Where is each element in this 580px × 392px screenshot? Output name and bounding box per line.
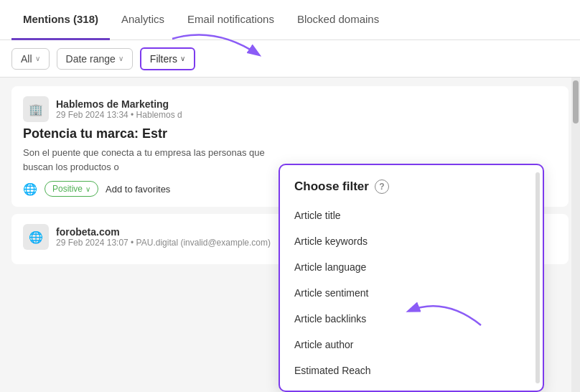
filter-item-article-sentiment[interactable]: Article sentiment [280,280,543,306]
filter-item-article-title[interactable]: Article title [280,202,543,228]
add-favorites-button-1[interactable]: Add to favorites [106,184,170,195]
filter-item-article-language[interactable]: Article language [280,254,543,280]
source-name-2: forobeta.com [56,226,271,238]
dropdown-header: Choose filter ? [280,179,543,202]
dropdown-title: Choose filter [294,179,369,194]
filter-item-article-backlinks[interactable]: Article backlinks [280,306,543,332]
filter-item-article-keywords[interactable]: Article keywords [280,228,543,254]
dropdown-scrollbar[interactable] [535,172,540,383]
card-title-1: Potencia tu marca: Estr [23,126,267,141]
source-info-1: Hablemos de Marketing 29 Feb 2024 13:34 … [56,98,182,120]
filters-button[interactable]: Filters ∨ [140,47,195,70]
filters-chevron-icon: ∨ [180,55,185,62]
globe-icon: 🌐 [23,182,37,196]
all-filter-button[interactable]: All ∨ [11,48,50,70]
sentiment-chevron-icon: ∨ [85,185,90,193]
tab-bar: Mentions (318) Analytics Email notificat… [0,0,580,40]
source-meta-1: 29 Feb 2024 13:34 • Hablemos d [56,110,182,120]
main-content: 🏢 Hablemos de Marketing 29 Feb 2024 13:3… [0,78,580,392]
tab-email-notifications[interactable]: Email notifications [176,0,286,40]
source-icon-2: 🌐 [23,224,49,250]
filter-dropdown: Choose filter ? Article title Article ke… [279,164,544,392]
date-range-button[interactable]: Date range ∨ [57,48,133,70]
all-chevron-icon: ∨ [35,55,40,62]
tab-mentions[interactable]: Mentions (318) [11,0,110,40]
card-excerpt-1: Son el puente que conecta a tu empresa l… [23,146,267,174]
filter-item-estimated-reach[interactable]: Estimated Reach [280,358,543,383]
sentiment-badge-1[interactable]: Positive ∨ [45,181,98,197]
date-range-chevron-icon: ∨ [118,55,123,62]
source-info-2: forobeta.com 29 Feb 2024 13:07 • PAU.dig… [56,226,271,248]
source-meta-2: 29 Feb 2024 13:07 • PAU.digital (invalid… [56,238,271,248]
filter-item-article-author[interactable]: Article author [280,332,543,358]
tab-analytics[interactable]: Analytics [110,0,176,40]
help-icon[interactable]: ? [375,179,389,194]
tab-blocked-domains[interactable]: Blocked domains [286,0,390,40]
card-header-1: 🏢 Hablemos de Marketing 29 Feb 2024 13:3… [23,96,557,122]
source-name-1: Hablemos de Marketing [56,98,182,110]
toolbar: All ∨ Date range ∨ Filters ∨ [0,40,580,78]
source-icon-1: 🏢 [23,96,49,122]
scrollbar[interactable] [571,78,580,392]
